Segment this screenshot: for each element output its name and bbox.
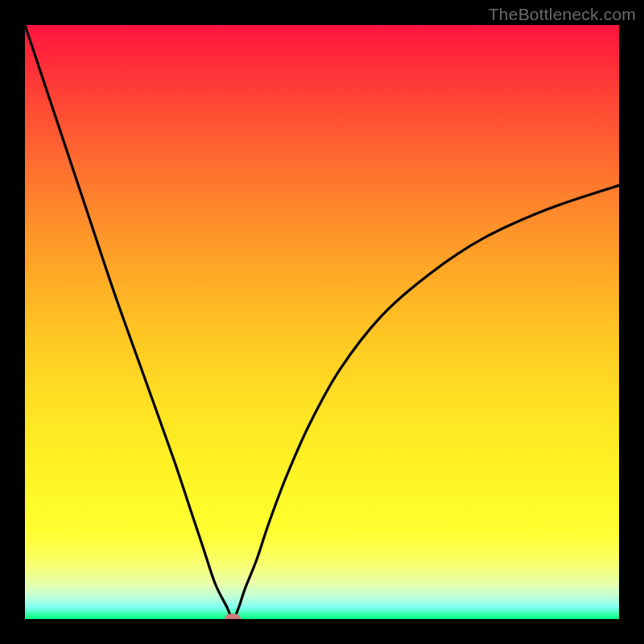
- plot-area: [25, 25, 619, 619]
- watermark-label: TheBottleneck.com: [489, 5, 636, 24]
- optimal-point-marker: [225, 614, 241, 620]
- bottleneck-curve: [25, 25, 619, 619]
- chart-frame: TheBottleneck.com: [0, 0, 644, 644]
